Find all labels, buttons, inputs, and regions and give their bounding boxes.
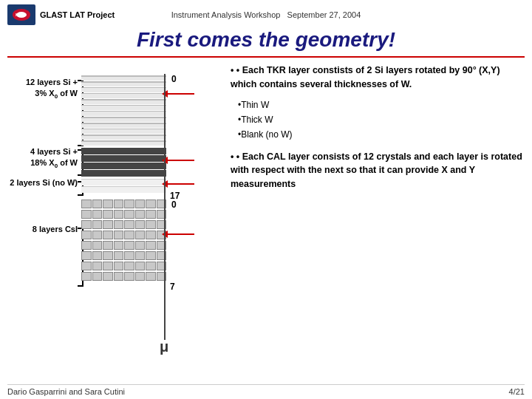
num-0-mid: 0 <box>171 200 177 210</box>
tkr-thick-w-layers <box>81 148 166 177</box>
label-2layers: 2 layers Si (no W) <box>7 178 78 187</box>
beam-line <box>164 74 166 340</box>
cal-main-text: • • Each CAL layer consists of 12 crysta… <box>231 150 525 191</box>
blank-no-w-arrow <box>166 183 194 185</box>
main-content: 0 μ 12 layers Si + 3% X0 of W <box>0 58 532 393</box>
cal-arrow <box>166 233 194 235</box>
label-4layers: 4 layers Si + 18% X0 of W <box>7 146 78 171</box>
diagram-panel: 0 μ 12 layers Si + 3% X0 of W <box>7 64 222 390</box>
project-title: GLAST LAT Project <box>40 10 115 19</box>
tkr-description: • • Each TKR layer constists of 2 Si lay… <box>231 64 525 143</box>
thin-w-arrow <box>166 93 194 95</box>
description-panel: • • Each TKR layer constists of 2 Si lay… <box>222 64 525 390</box>
tkr-si-layers <box>81 75 166 146</box>
page-title: First comes the geometry! <box>7 27 525 58</box>
tkr-bullets: •Thin W •Thick W •Blank (no W) <box>231 98 525 143</box>
cal-description: • • Each CAL layer consists of 12 crysta… <box>231 150 525 191</box>
label-8layers: 8 layers CsI <box>11 225 78 233</box>
label-12layers: 12 layers Si + 3% X0 of W <box>7 77 78 101</box>
blank-no-w-bullet: •Blank (no W) <box>238 127 525 142</box>
nasa-logo: NASA <box>7 4 35 25</box>
thick-w-arrow <box>166 160 194 161</box>
thin-w-bullet: •Thin W <box>238 98 525 112</box>
mu-symbol: μ <box>160 338 168 355</box>
cal-crystal-layers <box>81 200 166 281</box>
tkr-no-w-layers <box>81 179 166 193</box>
page-number: 4/21 <box>509 387 525 396</box>
thick-w-bullet: •Thick W <box>238 112 525 127</box>
page-footer: Dario Gasparrini and Sara Cutini 4/21 <box>7 384 525 396</box>
svg-text:NASA: NASA <box>16 13 27 17</box>
tkr-main-text: • • Each TKR layer constists of 2 Si lay… <box>231 64 525 92</box>
logo-area: NASA GLAST LAT Project <box>7 4 115 25</box>
authors: Dario Gasparrini and Sara Cutini <box>7 387 125 396</box>
workshop-info: Instrument Analysis Workshop September 2… <box>171 10 361 19</box>
page-header: NASA GLAST LAT Project Instrument Analys… <box>0 0 532 27</box>
num-7: 7 <box>170 282 175 292</box>
num-0-top: 0 <box>171 74 177 84</box>
